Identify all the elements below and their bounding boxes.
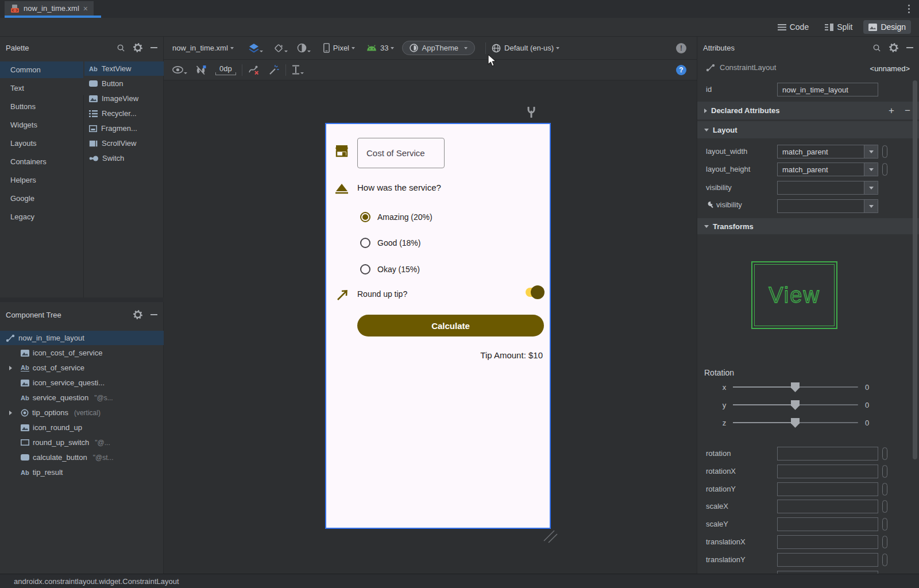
help-icon[interactable]: ? — [676, 65, 686, 75]
tab-close-icon[interactable]: × — [83, 5, 88, 13]
search-icon[interactable] — [117, 44, 125, 52]
editor-tab[interactable]: now_in_time.xml × — [5, 1, 94, 16]
tab-split[interactable]: Split — [820, 20, 858, 34]
scale-y-input[interactable] — [777, 517, 878, 531]
radio-option-amazing[interactable]: Amazing (20%) — [360, 212, 433, 222]
palette-category-text[interactable]: Text — [0, 80, 83, 96]
palette-category-widgets[interactable]: Widgets — [0, 117, 83, 133]
slider-thumb[interactable] — [791, 382, 800, 392]
theme-menu[interactable]: AppTheme — [402, 41, 475, 55]
tree-item-icon-round-up[interactable]: icon_round_up — [0, 420, 164, 435]
palette-item-switch[interactable]: Switch — [84, 151, 164, 165]
tree-item-round-up-switch[interactable]: round_up_switch "@... — [0, 435, 164, 450]
tab-code[interactable]: Code — [773, 20, 814, 34]
declared-attributes-section[interactable]: Declared Attributes + − — [697, 102, 919, 119]
radio-selected-icon[interactable] — [360, 212, 370, 222]
id-input[interactable]: now_in_time_layout — [777, 83, 878, 96]
panel-splitter[interactable] — [0, 297, 164, 302]
palette-category-containers[interactable]: Containers — [0, 153, 83, 170]
night-mode-menu[interactable] — [297, 43, 311, 53]
cost-of-service-input[interactable]: Cost of Service — [357, 138, 445, 168]
attributes-scrollbar[interactable] — [913, 80, 917, 459]
palette-category-legacy[interactable]: Legacy — [0, 208, 83, 225]
radio-icon[interactable] — [360, 264, 370, 274]
radio-option-good[interactable]: Good (18%) — [360, 238, 420, 248]
transforms-section[interactable]: Transforms — [697, 218, 919, 234]
hide-panel-icon[interactable] — [150, 47, 157, 48]
gear-icon[interactable] — [133, 310, 142, 319]
palette-item-imageview[interactable]: ImageView — [84, 91, 164, 106]
constraint-pill-indicator[interactable] — [882, 483, 887, 496]
clear-constraints-button[interactable] — [248, 65, 260, 75]
file-menu[interactable]: now_in_time.xml — [172, 44, 234, 52]
tree-item-calculate-button[interactable]: calculate_button "@st... — [0, 450, 164, 465]
search-icon[interactable] — [872, 44, 881, 52]
issue-indicator-icon[interactable]: ! — [676, 43, 686, 53]
tree-item-tip-result[interactable]: Ab tip_result — [0, 465, 164, 479]
tab-design[interactable]: Design — [863, 20, 911, 34]
tree-item-root[interactable]: now_in_time_layout — [0, 331, 164, 345]
tree-item-tip-options[interactable]: tip_options (vertical) — [0, 405, 164, 420]
constraint-pill-indicator[interactable] — [882, 500, 887, 513]
palette-item-recyclerview[interactable]: Recycler... — [84, 106, 164, 121]
palette-item-button[interactable]: Button — [84, 76, 164, 91]
rotation-x-slider[interactable]: x 0 — [697, 381, 919, 393]
rotation-input[interactable] — [777, 447, 878, 461]
layers-menu[interactable] — [249, 44, 263, 53]
remove-attribute-button[interactable]: − — [905, 105, 910, 117]
palette-category-buttons[interactable]: Buttons — [0, 98, 83, 115]
layout-height-dropdown[interactable]: match_parent — [777, 163, 878, 176]
translation-x-input[interactable] — [777, 535, 878, 549]
visibility-dropdown[interactable] — [777, 181, 878, 195]
gear-icon[interactable] — [889, 43, 898, 52]
calculate-button[interactable]: Calculate — [357, 315, 544, 336]
locale-menu[interactable]: Default (en-us) — [492, 44, 559, 53]
infer-constraints-button[interactable] — [268, 65, 280, 75]
constraint-pill-indicator[interactable] — [882, 518, 887, 531]
round-up-switch[interactable] — [526, 288, 543, 297]
rotation-y-input[interactable] — [777, 482, 878, 496]
expand-chevron-icon[interactable] — [9, 366, 12, 370]
view-options-menu[interactable] — [172, 66, 187, 74]
radio-icon[interactable] — [360, 238, 370, 248]
default-margin-control[interactable]: 0dp — [215, 64, 236, 75]
constraint-pill-indicator[interactable] — [882, 465, 887, 478]
pack-menu[interactable] — [292, 65, 304, 75]
tree-item-cost-of-service[interactable]: Ab cost_of_service — [0, 361, 164, 375]
palette-item-scrollview[interactable]: ScrollView — [84, 136, 164, 150]
tools-visibility-dropdown[interactable] — [777, 199, 878, 213]
palette-category-common[interactable]: Common — [0, 61, 83, 78]
palette-category-layouts[interactable]: Layouts — [0, 135, 83, 152]
rotation-z-slider[interactable]: z 0 — [697, 417, 919, 428]
tree-item-icon-service-question[interactable]: icon_service_questi... — [0, 376, 164, 390]
tree-item-service-question[interactable]: Ab service_question "@s... — [0, 390, 164, 405]
autoconnect-toggle[interactable] — [195, 65, 206, 75]
kebab-menu-icon[interactable] — [906, 2, 912, 16]
api-level-menu[interactable]: 33 — [366, 44, 394, 52]
layout-preview[interactable]: Cost of Service How was the service? Ama… — [325, 123, 551, 529]
transform-view-preview[interactable]: View — [751, 261, 837, 329]
radio-option-okay[interactable]: Okay (15%) — [360, 264, 420, 274]
render-wrench-icon[interactable] — [527, 107, 535, 118]
hide-panel-icon[interactable] — [150, 314, 157, 315]
canvas-resize-handle[interactable] — [542, 524, 559, 543]
palette-item-fragment[interactable]: Fragmen... — [84, 121, 164, 136]
palette-item-textview[interactable]: Ab TextView — [84, 61, 164, 76]
constraint-pill-indicator[interactable] — [882, 554, 887, 566]
layout-section[interactable]: Layout — [697, 121, 919, 138]
constraint-pill-indicator[interactable] — [882, 145, 887, 158]
device-menu[interactable]: Pixel — [323, 43, 355, 53]
hide-panel-icon[interactable] — [906, 47, 913, 48]
add-attribute-button[interactable]: + — [889, 105, 894, 117]
scale-x-input[interactable] — [777, 500, 878, 513]
tree-item-icon-cost-of-service[interactable]: icon_cost_of_service — [0, 346, 164, 360]
rotation-y-slider[interactable]: y 0 — [697, 399, 919, 411]
expand-chevron-icon[interactable] — [9, 411, 12, 415]
rotation-x-input[interactable] — [777, 465, 878, 478]
slider-thumb[interactable] — [791, 400, 800, 410]
palette-category-google[interactable]: Google — [0, 190, 83, 207]
orientation-menu[interactable] — [273, 43, 288, 53]
constraint-pill-indicator[interactable] — [882, 536, 887, 548]
gear-icon[interactable] — [133, 43, 142, 52]
layout-width-dropdown[interactable]: match_parent — [777, 145, 878, 158]
